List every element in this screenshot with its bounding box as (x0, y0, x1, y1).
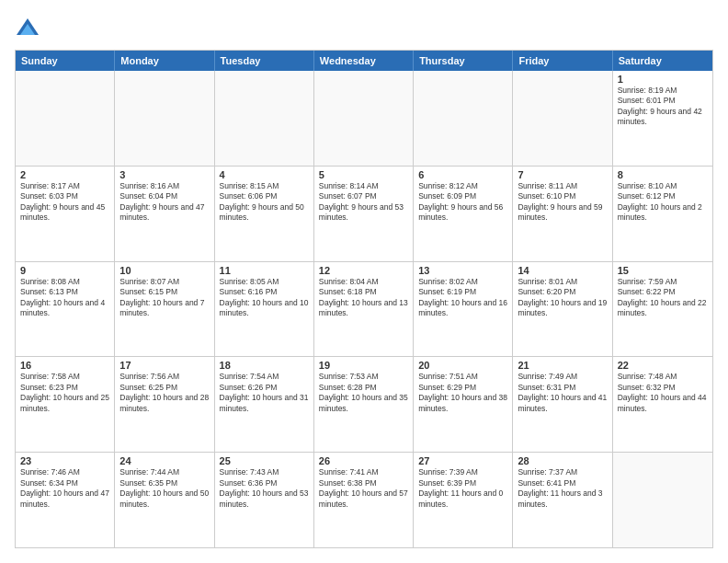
calendar-row-3: 16Sunrise: 7:58 AM Sunset: 6:23 PM Dayli… (16, 356, 712, 452)
day-number: 6 (418, 169, 507, 180)
day-number: 24 (119, 455, 209, 466)
day-number: 19 (319, 360, 408, 371)
calendar-cell: 28Sunrise: 7:37 AM Sunset: 6:41 PM Dayli… (513, 453, 612, 547)
day-info: Sunrise: 7:54 AM Sunset: 6:26 PM Dayligh… (220, 372, 309, 414)
day-info: Sunrise: 8:01 AM Sunset: 6:20 PM Dayligh… (518, 277, 607, 319)
day-info: Sunrise: 7:59 AM Sunset: 6:22 PM Dayligh… (618, 277, 708, 319)
calendar-cell: 7Sunrise: 8:11 AM Sunset: 6:10 PM Daylig… (513, 167, 612, 261)
day-number: 5 (319, 169, 408, 180)
day-info: Sunrise: 8:04 AM Sunset: 6:18 PM Dayligh… (319, 277, 408, 319)
day-info: Sunrise: 7:39 AM Sunset: 6:39 PM Dayligh… (418, 467, 507, 510)
header (15, 15, 713, 40)
calendar-cell: 20Sunrise: 7:51 AM Sunset: 6:29 PM Dayli… (414, 357, 513, 452)
calendar-cell: 1Sunrise: 8:19 AM Sunset: 6:01 PM Daylig… (613, 71, 712, 166)
calendar-cell: 10Sunrise: 8:07 AM Sunset: 6:15 PM Dayli… (115, 262, 214, 357)
day-info: Sunrise: 8:07 AM Sunset: 6:15 PM Dayligh… (119, 277, 209, 319)
logo-icon (15, 15, 40, 40)
header-day-wednesday: Wednesday (314, 51, 414, 71)
day-info: Sunrise: 8:10 AM Sunset: 6:12 PM Dayligh… (618, 181, 708, 224)
calendar-cell: 11Sunrise: 8:05 AM Sunset: 6:16 PM Dayli… (215, 262, 314, 357)
day-info: Sunrise: 8:16 AM Sunset: 6:04 PM Dayligh… (119, 181, 209, 224)
calendar-cell: 13Sunrise: 8:02 AM Sunset: 6:19 PM Dayli… (414, 262, 513, 357)
calendar-cell (414, 71, 513, 166)
calendar-cell (314, 71, 414, 166)
calendar-cell (513, 71, 612, 166)
day-info: Sunrise: 7:53 AM Sunset: 6:28 PM Dayligh… (319, 372, 408, 414)
day-info: Sunrise: 8:14 AM Sunset: 6:07 PM Dayligh… (319, 181, 408, 224)
day-number: 18 (220, 360, 309, 371)
calendar-row-1: 2Sunrise: 8:17 AM Sunset: 6:03 PM Daylig… (16, 166, 712, 261)
day-number: 9 (20, 265, 109, 276)
day-number: 26 (319, 455, 408, 466)
calendar-cell: 24Sunrise: 7:44 AM Sunset: 6:35 PM Dayli… (115, 453, 214, 547)
day-number: 12 (319, 265, 408, 276)
day-number: 13 (418, 265, 507, 276)
day-number: 25 (220, 455, 309, 466)
day-number: 14 (518, 265, 607, 276)
day-info: Sunrise: 7:48 AM Sunset: 6:32 PM Dayligh… (618, 372, 708, 414)
calendar-cell: 8Sunrise: 8:10 AM Sunset: 6:12 PM Daylig… (613, 167, 712, 261)
calendar-cell: 22Sunrise: 7:48 AM Sunset: 6:32 PM Dayli… (613, 357, 712, 452)
day-number: 22 (618, 360, 708, 371)
calendar-row-2: 9Sunrise: 8:08 AM Sunset: 6:13 PM Daylig… (16, 261, 712, 357)
logo (15, 15, 44, 40)
calendar-cell: 18Sunrise: 7:54 AM Sunset: 6:26 PM Dayli… (215, 357, 314, 452)
day-info: Sunrise: 8:02 AM Sunset: 6:19 PM Dayligh… (418, 277, 507, 319)
page: SundayMondayTuesdayWednesdayThursdayFrid… (0, 0, 728, 563)
calendar-cell: 5Sunrise: 8:14 AM Sunset: 6:07 PM Daylig… (314, 167, 414, 261)
calendar-cell: 14Sunrise: 8:01 AM Sunset: 6:20 PM Dayli… (513, 262, 612, 357)
day-number: 20 (418, 360, 507, 371)
header-day-saturday: Saturday (613, 51, 712, 71)
header-day-tuesday: Tuesday (215, 51, 314, 71)
day-number: 8 (618, 169, 708, 180)
day-number: 11 (220, 265, 309, 276)
day-number: 10 (119, 265, 209, 276)
calendar-cell: 16Sunrise: 7:58 AM Sunset: 6:23 PM Dayli… (16, 357, 115, 452)
calendar-row-4: 23Sunrise: 7:46 AM Sunset: 6:34 PM Dayli… (16, 452, 712, 547)
day-number: 17 (119, 360, 209, 371)
day-info: Sunrise: 8:17 AM Sunset: 6:03 PM Dayligh… (20, 181, 109, 224)
calendar-cell: 12Sunrise: 8:04 AM Sunset: 6:18 PM Dayli… (314, 262, 414, 357)
calendar-cell: 19Sunrise: 7:53 AM Sunset: 6:28 PM Dayli… (314, 357, 414, 452)
day-number: 4 (220, 169, 309, 180)
day-info: Sunrise: 8:19 AM Sunset: 6:01 PM Dayligh… (618, 86, 708, 128)
day-info: Sunrise: 7:37 AM Sunset: 6:41 PM Dayligh… (518, 467, 607, 510)
day-info: Sunrise: 8:05 AM Sunset: 6:16 PM Dayligh… (220, 277, 309, 319)
day-number: 2 (20, 169, 109, 180)
day-info: Sunrise: 7:41 AM Sunset: 6:38 PM Dayligh… (319, 467, 408, 510)
calendar-cell: 9Sunrise: 8:08 AM Sunset: 6:13 PM Daylig… (16, 262, 115, 357)
day-number: 1 (618, 74, 708, 85)
calendar-cell: 6Sunrise: 8:12 AM Sunset: 6:09 PM Daylig… (414, 167, 513, 261)
header-day-sunday: Sunday (16, 51, 115, 71)
calendar-cell (613, 453, 712, 547)
day-info: Sunrise: 7:56 AM Sunset: 6:25 PM Dayligh… (119, 372, 209, 414)
day-info: Sunrise: 7:51 AM Sunset: 6:29 PM Dayligh… (418, 372, 507, 414)
calendar-row-0: 1Sunrise: 8:19 AM Sunset: 6:01 PM Daylig… (16, 71, 712, 166)
day-number: 16 (20, 360, 109, 371)
calendar-cell (215, 71, 314, 166)
day-info: Sunrise: 8:12 AM Sunset: 6:09 PM Dayligh… (418, 181, 507, 224)
calendar-cell: 2Sunrise: 8:17 AM Sunset: 6:03 PM Daylig… (16, 167, 115, 261)
calendar-cell: 3Sunrise: 8:16 AM Sunset: 6:04 PM Daylig… (115, 167, 214, 261)
day-number: 21 (518, 360, 607, 371)
calendar-cell: 21Sunrise: 7:49 AM Sunset: 6:31 PM Dayli… (513, 357, 612, 452)
day-info: Sunrise: 7:46 AM Sunset: 6:34 PM Dayligh… (20, 467, 109, 510)
day-info: Sunrise: 8:15 AM Sunset: 6:06 PM Dayligh… (220, 181, 309, 224)
calendar: SundayMondayTuesdayWednesdayThursdayFrid… (15, 50, 713, 548)
header-day-thursday: Thursday (414, 51, 513, 71)
calendar-cell: 25Sunrise: 7:43 AM Sunset: 6:36 PM Dayli… (215, 453, 314, 547)
calendar-cell (16, 71, 115, 166)
header-day-monday: Monday (115, 51, 214, 71)
day-info: Sunrise: 7:43 AM Sunset: 6:36 PM Dayligh… (220, 467, 309, 510)
calendar-cell (115, 71, 214, 166)
day-number: 3 (119, 169, 209, 180)
calendar-cell: 26Sunrise: 7:41 AM Sunset: 6:38 PM Dayli… (314, 453, 414, 547)
header-day-friday: Friday (513, 51, 612, 71)
calendar-header: SundayMondayTuesdayWednesdayThursdayFrid… (16, 51, 712, 71)
day-number: 15 (618, 265, 708, 276)
day-info: Sunrise: 8:08 AM Sunset: 6:13 PM Dayligh… (20, 277, 109, 319)
calendar-cell: 4Sunrise: 8:15 AM Sunset: 6:06 PM Daylig… (215, 167, 314, 261)
day-info: Sunrise: 7:44 AM Sunset: 6:35 PM Dayligh… (119, 467, 209, 510)
day-info: Sunrise: 8:11 AM Sunset: 6:10 PM Dayligh… (518, 181, 607, 224)
day-number: 23 (20, 455, 109, 466)
